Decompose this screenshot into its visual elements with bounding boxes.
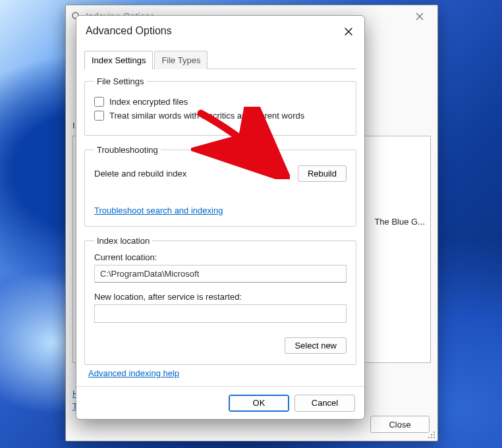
list-item[interactable]: The Blue G... xyxy=(374,217,425,227)
new-location-field[interactable] xyxy=(94,304,347,323)
tab-panel-index-settings: File Settings Index encrypted files Trea… xyxy=(84,67,356,360)
tab-index-settings[interactable]: Index Settings xyxy=(84,51,153,69)
file-settings-group: File Settings Index encrypted files Trea… xyxy=(84,76,356,136)
rebuild-button[interactable]: Rebuild xyxy=(298,165,347,182)
current-location-label: Current location: xyxy=(94,252,347,262)
index-location-group: Index location Current location: New loc… xyxy=(84,236,356,365)
svg-rect-6 xyxy=(431,434,432,435)
close-button[interactable]: Close xyxy=(370,416,430,433)
tab-file-types[interactable]: File Types xyxy=(154,51,208,69)
advanced-indexing-help-link[interactable]: Advanced indexing help xyxy=(88,368,179,378)
checkbox-row-diacritics[interactable]: Treat similar words with diacritics as d… xyxy=(94,111,347,121)
svg-rect-3 xyxy=(431,437,432,438)
truncated-label: I xyxy=(72,121,75,130)
close-icon[interactable] xyxy=(339,22,358,41)
dialog-title: Advanced Options xyxy=(86,25,172,37)
ok-button[interactable]: OK xyxy=(229,395,289,412)
new-location-label: New location, after service is restarted… xyxy=(94,292,347,302)
svg-rect-5 xyxy=(428,437,430,438)
troubleshooting-group: Troubleshooting Delete and rebuild index… xyxy=(84,145,356,227)
group-legend: Index location xyxy=(94,236,152,246)
advanced-options-dialog: Advanced Options Index Settings File Typ… xyxy=(76,15,365,420)
current-location-field[interactable] xyxy=(94,265,347,283)
checkbox-label: Index encrypted files xyxy=(109,97,188,107)
delete-rebuild-label: Delete and rebuild index xyxy=(94,169,186,179)
diacritics-checkbox[interactable] xyxy=(94,111,104,121)
checkbox-row-encrypted[interactable]: Index encrypted files xyxy=(94,97,347,107)
desktop-wallpaper: Indexing Options I The Blue G... H T Clo… xyxy=(0,0,502,448)
troubleshoot-link[interactable]: Troubleshoot search and indexing xyxy=(94,206,223,215)
cancel-button[interactable]: Cancel xyxy=(294,395,355,412)
select-new-button[interactable]: Select new xyxy=(285,337,347,354)
group-legend: File Settings xyxy=(94,76,147,86)
dialog-footer: OK Cancel xyxy=(76,386,364,419)
index-encrypted-checkbox[interactable] xyxy=(94,97,104,107)
window-close-button[interactable] xyxy=(406,8,433,25)
resize-grip-icon[interactable] xyxy=(427,430,436,439)
tab-strip: Index Settings File Types xyxy=(84,50,356,69)
svg-rect-2 xyxy=(433,437,435,438)
svg-rect-4 xyxy=(433,434,435,435)
svg-rect-7 xyxy=(433,432,435,433)
checkbox-label: Treat similar words with diacritics as d… xyxy=(109,111,304,121)
group-legend: Troubleshooting xyxy=(94,145,161,155)
